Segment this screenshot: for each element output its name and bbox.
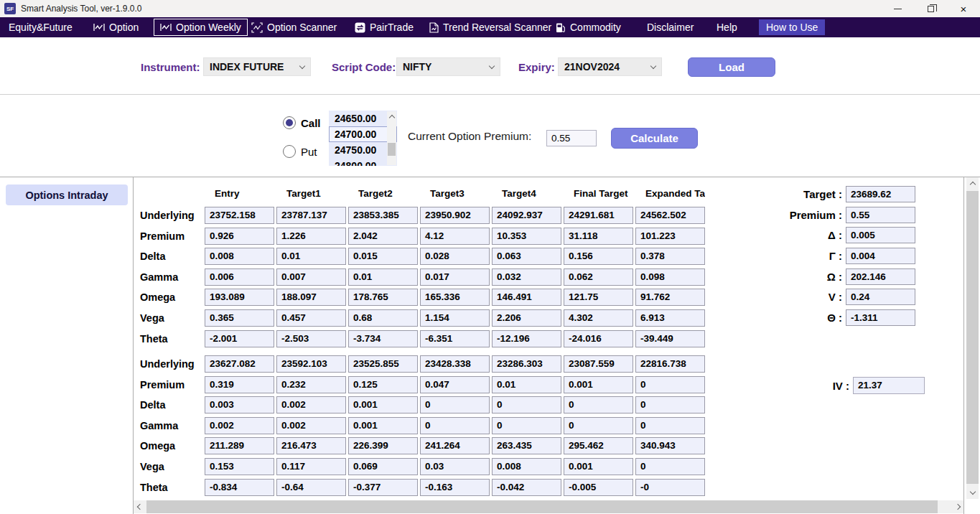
table-cell[interactable]: 2.042 [348, 228, 418, 245]
table-cell[interactable]: -0.64 [276, 479, 346, 496]
table-cell[interactable]: 23592.103 [276, 355, 346, 373]
greek-value[interactable]: 0.55 [846, 207, 915, 223]
table-cell[interactable]: 0.098 [635, 268, 705, 286]
table-cell[interactable]: 0.006 [205, 268, 274, 286]
table-cell[interactable]: 0 [420, 396, 490, 413]
table-cell[interactable]: 188.097 [276, 289, 346, 306]
table-cell[interactable]: 340.943 [635, 437, 705, 454]
table-cell[interactable]: 216.473 [276, 437, 346, 454]
table-cell[interactable]: 23853.385 [348, 207, 418, 224]
table-cell[interactable]: 0.457 [276, 309, 346, 327]
greek-value[interactable]: -1.311 [846, 309, 915, 326]
table-cell[interactable]: 0.117 [276, 458, 346, 475]
table-cell[interactable]: 0.001 [348, 417, 418, 434]
iv-value[interactable]: 21.37 [853, 377, 925, 394]
table-cell[interactable]: 31.118 [564, 228, 633, 245]
table-cell[interactable]: -2.503 [276, 330, 346, 347]
table-cell[interactable]: 0 [635, 376, 705, 393]
menu-item-option-scanner[interactable]: Option Scanner [251, 17, 337, 37]
table-cell[interactable]: 91.762 [635, 289, 705, 306]
scroll-up-button[interactable] [387, 111, 396, 121]
menu-item-how-to-use[interactable]: How to Use [759, 19, 825, 35]
script-code-dropdown[interactable]: NIFTY [396, 57, 500, 76]
premium-input[interactable] [546, 130, 597, 146]
table-cell[interactable]: 0.03 [420, 458, 490, 475]
table-cell[interactable]: 211.289 [205, 437, 274, 454]
table-cell[interactable]: -0.377 [348, 479, 418, 496]
table-cell[interactable]: 0.153 [205, 458, 274, 475]
table-cell[interactable]: 23428.338 [420, 355, 490, 373]
load-button[interactable]: Load [688, 57, 775, 77]
greek-value[interactable]: 202.146 [846, 268, 915, 285]
strike-list[interactable]: 24650.0024700.0024750.0024800.00 [329, 111, 397, 166]
expiry-dropdown[interactable]: 21NOV2024 [558, 57, 662, 76]
menu-item-option[interactable]: Option [93, 17, 139, 37]
menu-item-help[interactable]: Help [717, 17, 737, 37]
table-cell[interactable]: 23787.137 [276, 207, 346, 224]
table-cell[interactable]: 0.028 [420, 248, 490, 265]
table-cell[interactable]: 0.001 [348, 396, 418, 413]
scroll-up-button[interactable] [966, 177, 979, 190]
table-cell[interactable]: 0.007 [276, 268, 346, 286]
scrollbar-thumb[interactable] [966, 191, 979, 484]
table-cell[interactable]: -0.834 [205, 479, 274, 496]
greek-value[interactable]: 0.004 [846, 248, 915, 264]
table-cell[interactable]: 101.223 [635, 228, 705, 245]
greek-value[interactable]: 23689.62 [846, 186, 915, 202]
table-cell[interactable]: 0.063 [492, 248, 561, 265]
table-cell[interactable]: 4.302 [564, 309, 633, 327]
table-cell[interactable]: 0.069 [348, 458, 418, 475]
table-cell[interactable]: 0.017 [420, 268, 490, 286]
table-cell[interactable]: 0.001 [564, 458, 633, 475]
table-cell[interactable]: -6.351 [420, 330, 490, 347]
table-cell[interactable]: 0.01 [276, 248, 346, 265]
table-cell[interactable]: 263.435 [492, 437, 561, 454]
table-cell[interactable]: -12.196 [492, 330, 561, 347]
table-cell[interactable]: 2.206 [492, 309, 561, 327]
table-cell[interactable]: 24291.681 [564, 207, 633, 224]
table-cell[interactable]: 0 [635, 458, 705, 475]
put-radio[interactable] [283, 145, 296, 158]
table-cell[interactable]: 0 [492, 417, 561, 434]
instrument-dropdown[interactable]: INDEX FUTURE [203, 57, 311, 76]
table-cell[interactable]: 22816.738 [635, 355, 705, 373]
scroll-left-button[interactable] [134, 500, 146, 513]
table-cell[interactable]: 0.926 [205, 228, 274, 245]
table-cell[interactable]: -24.016 [564, 330, 633, 347]
scroll-down-button[interactable] [966, 487, 979, 499]
table-cell[interactable]: 0.125 [348, 376, 418, 393]
table-cell[interactable]: 0.047 [420, 376, 490, 393]
scrollbar-thumb[interactable] [146, 500, 938, 513]
table-cell[interactable]: -0.042 [492, 479, 561, 496]
menu-item-pairtrade[interactable]: PairTrade [355, 17, 414, 37]
table-cell[interactable]: 23525.855 [348, 355, 418, 373]
table-cell[interactable]: 165.336 [420, 289, 490, 306]
table-cell[interactable]: 0 [564, 417, 633, 434]
table-cell[interactable]: 178.765 [348, 289, 418, 306]
table-cell[interactable]: -3.734 [348, 330, 418, 347]
table-cell[interactable]: 10.353 [492, 228, 561, 245]
strike-list-scrollbar[interactable] [387, 111, 396, 165]
table-cell[interactable]: 0.008 [492, 458, 561, 475]
table-cell[interactable]: 4.12 [420, 228, 490, 245]
maximize-button[interactable] [914, 0, 947, 17]
table-cell[interactable]: 0 [635, 417, 705, 434]
table-cell[interactable]: 24562.502 [635, 207, 705, 224]
scroll-right-button[interactable] [951, 500, 963, 513]
menu-item-trend-reversal-scanner[interactable]: Trend Reversal Scanner [429, 17, 551, 37]
calculate-button[interactable]: Calculate [611, 128, 698, 149]
table-cell[interactable]: 0.378 [635, 248, 705, 265]
table-cell[interactable]: 0.68 [348, 309, 418, 327]
table-cell[interactable]: 23087.559 [564, 355, 633, 373]
table-cell[interactable]: 0.002 [276, 396, 346, 413]
table-cell[interactable]: 23286.303 [492, 355, 561, 373]
table-cell[interactable]: 1.226 [276, 228, 346, 245]
menu-item-disclaimer[interactable]: Disclaimer [647, 17, 694, 37]
scrollbar-thumb[interactable] [388, 143, 396, 156]
table-cell[interactable]: 0.01 [492, 376, 561, 393]
table-cell[interactable]: 0 [564, 396, 633, 413]
table-cell[interactable]: 226.399 [348, 437, 418, 454]
table-cell[interactable]: 146.491 [492, 289, 561, 306]
table-cell[interactable]: 0.001 [564, 376, 633, 393]
table-cell[interactable]: 0.232 [276, 376, 346, 393]
